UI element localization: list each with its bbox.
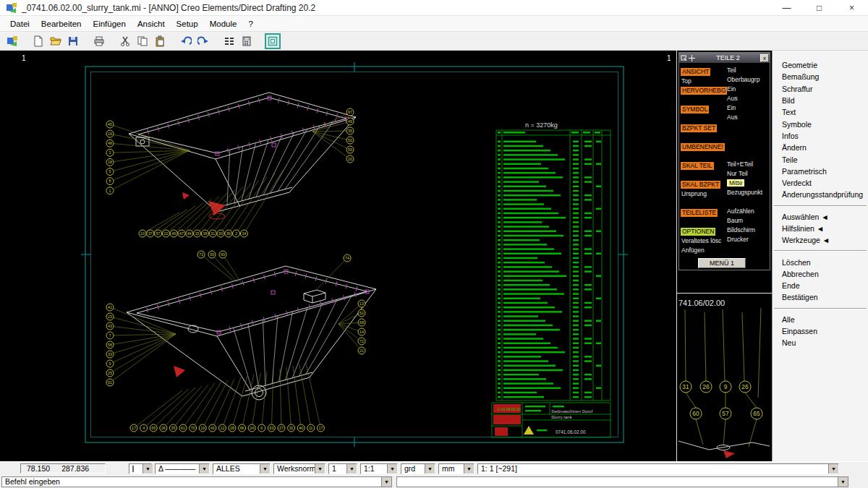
teile-value-ein[interactable]: Ein xyxy=(727,104,736,111)
linetype-combo[interactable]: Δ ————▼ xyxy=(155,463,210,474)
layer-combo[interactable]: ALLES▼ xyxy=(213,463,271,474)
chevron-down-icon[interactable]: ▼ xyxy=(346,464,357,474)
tank-top-view[interactable] xyxy=(129,93,356,212)
minimize-button[interactable]: — xyxy=(770,0,803,15)
teile-value-oberbaugrp[interactable]: Oberbaugrp xyxy=(727,76,760,83)
part-balloon[interactable]: 14 xyxy=(358,328,365,335)
command-history[interactable]: ▼ xyxy=(396,476,848,487)
part-balloon[interactable]: 26 xyxy=(700,381,712,393)
close-icon[interactable]: x xyxy=(760,54,769,62)
part-balloon[interactable]: 2 xyxy=(233,230,240,237)
part-balloon[interactable]: 69 xyxy=(219,251,226,258)
tank-bottom-view[interactable] xyxy=(127,266,376,400)
menu-item-symbole[interactable]: Symbole xyxy=(773,118,868,129)
part-balloon[interactable]: 48 xyxy=(106,140,114,147)
pin-icon[interactable] xyxy=(681,55,687,61)
part-balloon[interactable]: 50 xyxy=(346,137,354,144)
part-balloon[interactable]: 49 xyxy=(346,118,354,125)
part-balloon[interactable]: 59 xyxy=(346,146,354,153)
part-balloon[interactable]: 17 xyxy=(317,424,324,432)
part-balloon[interactable]: 74 xyxy=(344,254,351,262)
part-balloon[interactable]: 13 xyxy=(358,300,365,307)
print-icon[interactable] xyxy=(91,33,107,49)
part-balloon[interactable]: 40 xyxy=(297,424,305,432)
teile-value-bildschirm[interactable]: Bildschirm xyxy=(727,226,755,234)
part-balloon[interactable]: 19 xyxy=(199,424,206,432)
bom-table[interactable] xyxy=(496,130,610,401)
menu-ansicht[interactable]: Ansicht xyxy=(132,17,171,30)
menu-item-auswählen[interactable]: Auswählen ◄ xyxy=(773,211,868,223)
part-balloon[interactable]: 30 xyxy=(217,230,224,237)
move-icon[interactable] xyxy=(689,55,695,61)
teile-btn-skal-teil[interactable]: SKAL TEIL xyxy=(681,162,714,170)
menu-item-ändern[interactable]: Ändern xyxy=(773,142,868,153)
redo-icon[interactable] xyxy=(195,33,211,49)
part-balloon[interactable]: 18 xyxy=(106,158,114,166)
part-balloon[interactable]: 58 xyxy=(106,341,114,348)
menue-1-button[interactable]: MENÜ 1 xyxy=(698,258,746,268)
part-balloon[interactable]: 66 xyxy=(239,424,246,432)
teile-value-nur-teil[interactable]: Nur Teil xyxy=(727,170,748,177)
teile-value-aus[interactable]: Aus xyxy=(727,114,738,121)
scale-combo[interactable]: 1:1▼ xyxy=(360,463,398,474)
part-balloon[interactable]: 34 xyxy=(240,230,247,237)
copy-icon[interactable] xyxy=(135,33,150,49)
menu-item-geometrie[interactable]: Geometrie xyxy=(773,59,868,71)
part-balloon[interactable]: 10 xyxy=(139,230,146,237)
save-icon[interactable] xyxy=(65,33,81,49)
chevron-down-icon[interactable]: ▼ xyxy=(260,464,270,474)
teile-value-aufzählen[interactable]: Aufzählen xyxy=(727,207,754,215)
menu-item-einpassen[interactable]: Einpassen xyxy=(773,325,868,337)
part-balloon[interactable]: 28 xyxy=(229,424,236,432)
menu-item-änderungsstandprüfung[interactable]: Änderungsstandprüfung xyxy=(773,189,868,200)
pen-combo[interactable]: 1▼ xyxy=(328,463,357,474)
part-balloon[interactable]: 35 xyxy=(346,127,354,134)
menu-[interactable]: ? xyxy=(242,17,258,30)
part-balloon[interactable]: 9 xyxy=(106,360,114,367)
part-balloon[interactable]: 67 xyxy=(346,108,354,116)
part-balloon[interactable]: 20 xyxy=(346,155,354,163)
grid-frame-icon[interactable] xyxy=(265,33,281,49)
chevron-down-icon[interactable]: ▼ xyxy=(838,477,848,487)
chevron-down-icon[interactable]: ▼ xyxy=(381,477,391,487)
part-balloon[interactable]: 15 xyxy=(194,230,201,237)
length-unit-combo[interactable]: mm▼ xyxy=(438,463,475,474)
norm-combo[interactable]: Werksnorm▼ xyxy=(273,463,326,474)
view-combo[interactable]: 1: 1 [~291]▼ xyxy=(477,463,839,474)
maximize-button[interactable]: □ xyxy=(803,0,835,15)
menu-setup[interactable]: Setup xyxy=(171,17,204,30)
chevron-down-icon[interactable]: ▼ xyxy=(199,464,209,474)
part-balloon[interactable]: 60 xyxy=(690,408,702,419)
teile-value-ein[interactable]: Ein xyxy=(727,85,736,93)
chevron-down-icon[interactable]: ▼ xyxy=(425,464,435,474)
part-balloon[interactable]: 26 xyxy=(739,381,751,393)
menu-item-abbrechen[interactable]: Abbrechen xyxy=(773,268,868,280)
teile-value-baum[interactable]: Baum xyxy=(727,217,743,224)
part-balloon[interactable]: 39 xyxy=(208,251,216,258)
part-balloon[interactable]: 61 xyxy=(179,424,187,432)
teile-btn-hervorhebg[interactable]: HERVORHEBG xyxy=(681,87,727,95)
part-balloon[interactable]: 39 xyxy=(225,230,232,237)
part-balloon[interactable]: 16 xyxy=(106,130,114,137)
color-combo[interactable]: ▼ xyxy=(129,463,152,474)
teile-btn-teileliste[interactable]: TEILELISTE xyxy=(681,209,718,217)
undo-icon[interactable] xyxy=(178,33,194,49)
menu-item-text[interactable]: Text xyxy=(773,106,868,118)
sheet-color-icon[interactable] xyxy=(4,33,20,49)
menu-item-löschen[interactable]: Löschen xyxy=(773,256,868,267)
menu-item-schraffur[interactable]: Schraffur xyxy=(773,83,868,95)
part-balloon[interactable]: 70 xyxy=(190,424,197,432)
part-balloon[interactable]: 3 xyxy=(106,149,114,156)
part-balloon[interactable]: 4 xyxy=(140,424,148,432)
menu-module[interactable]: Module xyxy=(204,17,243,30)
menu-item-bild[interactable]: Bild xyxy=(773,95,868,106)
teile-value-bezugspunkt[interactable]: Bezugspunkt xyxy=(727,189,762,196)
menu-item-alle[interactable]: Alle xyxy=(773,314,868,325)
close-button[interactable]: × xyxy=(835,0,868,15)
teile-btn-umbenenne[interactable]: UMBENENNE! xyxy=(681,143,725,151)
chevron-down-icon[interactable]: ▼ xyxy=(387,464,397,474)
part-balloon[interactable]: 57 xyxy=(720,408,731,419)
part-balloon[interactable]: 63 xyxy=(268,424,275,432)
part-balloon[interactable]: 64 xyxy=(186,230,193,237)
menu-item-werkzeuge[interactable]: Werkzeuge ◄ xyxy=(773,234,868,246)
